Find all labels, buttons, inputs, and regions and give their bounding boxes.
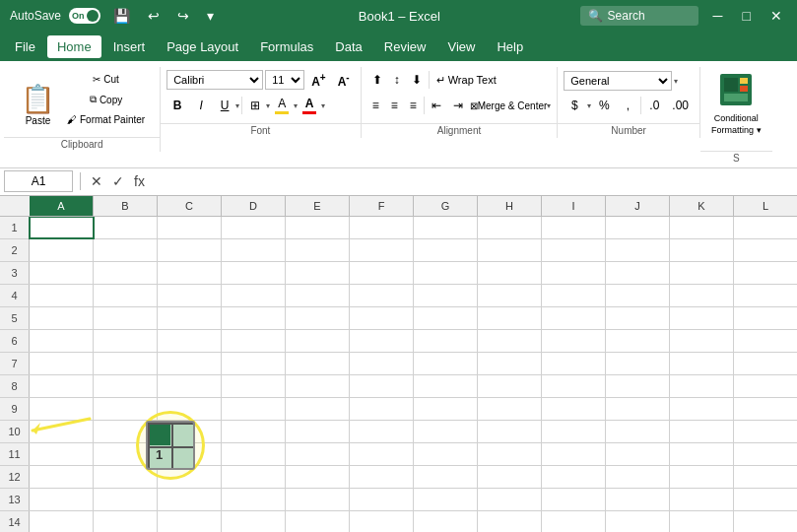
cell-H2[interactable] — [478, 239, 542, 261]
cell-C6[interactable] — [158, 330, 222, 352]
borders-button[interactable]: ⊞ — [244, 95, 266, 116]
cell-I3[interactable] — [542, 262, 606, 284]
cell-B12[interactable] — [94, 466, 158, 488]
fill-color-button[interactable]: A — [272, 95, 292, 116]
cell-H4[interactable] — [478, 285, 542, 306]
cell-K6[interactable] — [670, 330, 734, 352]
cell-F6[interactable] — [350, 330, 414, 352]
cell-L6[interactable] — [734, 330, 797, 352]
cell-E9[interactable] — [286, 398, 350, 420]
cell-I14[interactable] — [542, 511, 606, 532]
borders-dropdown[interactable]: ▾ — [266, 101, 270, 110]
cell-C1[interactable] — [158, 217, 222, 238]
row-number-11[interactable]: 11 — [0, 443, 30, 465]
cell-C8[interactable] — [158, 375, 222, 397]
cell-J11[interactable] — [606, 443, 670, 465]
search-bar[interactable]: 🔍 Search — [580, 6, 698, 26]
cell-D10[interactable] — [222, 421, 286, 442]
col-header-K[interactable]: K — [670, 196, 734, 216]
cell-A11[interactable] — [30, 443, 94, 465]
cell-J12[interactable] — [606, 466, 670, 488]
cell-L14[interactable] — [734, 511, 797, 532]
cell-G12[interactable] — [414, 466, 478, 488]
col-header-E[interactable]: E — [286, 196, 350, 216]
number-format-dropdown[interactable]: ▾ — [674, 77, 678, 86]
cell-F14[interactable] — [350, 511, 414, 532]
row-number-3[interactable]: 3 — [0, 262, 30, 284]
customize-qat-button[interactable]: ▾ — [202, 6, 219, 26]
cell-G3[interactable] — [414, 262, 478, 284]
cell-E6[interactable] — [286, 330, 350, 352]
cell-E7[interactable] — [286, 353, 350, 374]
cell-F7[interactable] — [350, 353, 414, 374]
cell-B1[interactable] — [94, 217, 158, 238]
row-number-13[interactable]: 13 — [0, 489, 30, 510]
cell-K1[interactable] — [670, 217, 734, 238]
cell-F9[interactable] — [350, 398, 414, 420]
cell-G6[interactable] — [414, 330, 478, 352]
align-right-button[interactable]: ≡ — [405, 95, 422, 116]
cell-A7[interactable] — [30, 353, 94, 374]
cell-G11[interactable] — [414, 443, 478, 465]
cell-F4[interactable] — [350, 285, 414, 306]
cell-E8[interactable] — [286, 375, 350, 397]
cell-K8[interactable] — [670, 375, 734, 397]
cell-F11[interactable] — [350, 443, 414, 465]
cell-B2[interactable] — [94, 239, 158, 261]
menu-home[interactable]: Home — [47, 35, 101, 58]
italic-button[interactable]: I — [190, 95, 212, 116]
bold-button[interactable]: B — [166, 95, 188, 116]
col-header-D[interactable]: D — [222, 196, 286, 216]
cell-A6[interactable] — [30, 330, 94, 352]
row-number-7[interactable]: 7 — [0, 353, 30, 374]
row-number-10[interactable]: 10 — [0, 421, 30, 442]
cell-L8[interactable] — [734, 375, 797, 397]
font-size-select[interactable]: 11 — [265, 70, 304, 90]
cell-B5[interactable] — [94, 307, 158, 329]
align-left-button[interactable]: ≡ — [367, 95, 384, 116]
cell-C13[interactable] — [158, 489, 222, 510]
menu-help[interactable]: Help — [487, 35, 533, 58]
cell-E11[interactable] — [286, 443, 350, 465]
cell-F3[interactable] — [350, 262, 414, 284]
cell-C11[interactable] — [158, 443, 222, 465]
cell-J2[interactable] — [606, 239, 670, 261]
cell-K2[interactable] — [670, 239, 734, 261]
col-header-L[interactable]: L — [734, 196, 797, 216]
cell-K3[interactable] — [670, 262, 734, 284]
cell-A13[interactable] — [30, 489, 94, 510]
cell-C4[interactable] — [158, 285, 222, 306]
cell-D9[interactable] — [222, 398, 286, 420]
cell-B7[interactable] — [94, 353, 158, 374]
cell-E4[interactable] — [286, 285, 350, 306]
underline-button[interactable]: U — [214, 95, 235, 116]
cell-H6[interactable] — [478, 330, 542, 352]
comma-button[interactable]: , — [617, 95, 638, 116]
increase-decimal-button[interactable]: .0 — [643, 95, 665, 116]
cell-B14[interactable] — [94, 511, 158, 532]
cell-J4[interactable] — [606, 285, 670, 306]
currency-dropdown[interactable]: ▾ — [587, 101, 591, 110]
menu-formulas[interactable]: Formulas — [250, 35, 323, 58]
cell-I7[interactable] — [542, 353, 606, 374]
cell-D1[interactable] — [222, 217, 286, 238]
cell-F12[interactable] — [350, 466, 414, 488]
cell-A4[interactable] — [30, 285, 94, 306]
cell-J8[interactable] — [606, 375, 670, 397]
confirm-formula-button[interactable]: ✓ — [109, 173, 127, 189]
cell-D11[interactable] — [222, 443, 286, 465]
cell-G2[interactable] — [414, 239, 478, 261]
cell-J10[interactable] — [606, 421, 670, 442]
function-button[interactable]: fx — [131, 173, 148, 189]
cell-D13[interactable] — [222, 489, 286, 510]
cell-A14[interactable] — [30, 511, 94, 532]
cell-K4[interactable] — [670, 285, 734, 306]
row-number-8[interactable]: 8 — [0, 375, 30, 397]
cell-J6[interactable] — [606, 330, 670, 352]
cell-J13[interactable] — [606, 489, 670, 510]
cell-L3[interactable] — [734, 262, 797, 284]
cell-J14[interactable] — [606, 511, 670, 532]
cell-B8[interactable] — [94, 375, 158, 397]
cell-D14[interactable] — [222, 511, 286, 532]
font-family-select[interactable]: Calibri — [166, 70, 263, 90]
